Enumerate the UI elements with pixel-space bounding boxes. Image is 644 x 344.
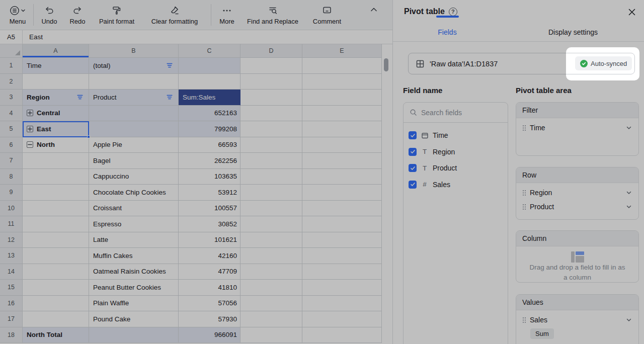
close-icon[interactable] (628, 8, 636, 16)
toolbar-button-undo[interactable]: Undo (38, 0, 61, 30)
row-header-17[interactable]: 17 (0, 311, 23, 327)
area-field-time[interactable]: Time (516, 121, 638, 135)
row-header-12[interactable]: 12 (0, 232, 23, 248)
expand-plus-icon[interactable] (27, 110, 33, 116)
filter-icon[interactable] (76, 94, 84, 101)
grid-cell[interactable] (302, 153, 382, 169)
grid-cell[interactable] (240, 137, 302, 153)
checkbox-checked-icon[interactable] (409, 131, 417, 139)
grid-cell[interactable] (240, 153, 302, 169)
grid-cell[interactable]: Muffin Cakes (89, 248, 179, 264)
grid-cell[interactable]: Espresso (89, 216, 179, 232)
row-header-1[interactable]: 1 (0, 58, 23, 74)
grid-cell[interactable]: 30852 (179, 216, 240, 232)
grid-cell[interactable] (302, 248, 382, 264)
drag-dots-icon[interactable] (522, 204, 526, 210)
toolbar-button-comment[interactable]: Comment (309, 0, 345, 30)
grid-cell[interactable] (23, 296, 89, 312)
chevron-down-icon[interactable] (625, 316, 632, 323)
grid-cell[interactable] (240, 311, 302, 327)
grid-cell[interactable] (302, 106, 382, 122)
area-field-product[interactable]: Product (516, 200, 638, 214)
area-field-sales[interactable]: Sales (516, 313, 638, 327)
grid-cell[interactable] (302, 311, 382, 327)
grid-cell[interactable] (23, 248, 89, 264)
grid-cell[interactable]: Latte (89, 232, 179, 248)
grid-cell[interactable]: 66593 (179, 137, 240, 153)
field-search[interactable] (404, 103, 508, 123)
filter-icon[interactable] (166, 94, 173, 101)
field-item-time[interactable]: Time (409, 127, 503, 144)
grid-cell[interactable] (302, 327, 382, 343)
grid-cell[interactable] (23, 280, 89, 296)
grid-cell[interactable]: Bagel (89, 153, 179, 169)
grid-cell[interactable] (240, 185, 302, 201)
grid-cell[interactable]: 100557 (179, 201, 240, 217)
toolbar-button-redo[interactable]: Redo (66, 0, 89, 30)
search-input[interactable] (421, 109, 497, 117)
column-header-B[interactable]: B (89, 44, 179, 58)
area-field-region[interactable]: Region (516, 186, 638, 200)
toolbar-button-clear-formatting[interactable]: Clear formatting (144, 0, 205, 30)
grid-cell[interactable] (302, 216, 382, 232)
row-header-13[interactable]: 13 (0, 248, 23, 264)
row-header-11[interactable]: 11 (0, 216, 23, 232)
grid-cell[interactable] (240, 232, 302, 248)
grid-cell[interactable] (302, 58, 382, 74)
field-item-region[interactable]: TRegion (409, 144, 503, 160)
grid-cell[interactable]: Pound Cake (89, 311, 179, 327)
grid-cell[interactable]: Cappuccino (89, 169, 179, 185)
grid-cell[interactable] (89, 121, 179, 137)
grid-cell[interactable] (89, 106, 179, 122)
grid-cell[interactable] (240, 169, 302, 185)
grid-cell[interactable]: Croissant (89, 201, 179, 217)
grid-cell[interactable]: Product (89, 90, 179, 106)
drag-dots-icon[interactable] (522, 190, 526, 196)
grid-cell[interactable]: Region (23, 90, 89, 106)
chevron-down-icon[interactable] (625, 203, 632, 210)
grid-cell[interactable]: 262256 (179, 153, 240, 169)
grid-cell[interactable] (302, 280, 382, 296)
grid-cell[interactable] (302, 74, 382, 90)
cell-reference-box[interactable]: A5 (0, 30, 23, 44)
grid-cell[interactable] (240, 58, 302, 74)
grid-cell[interactable]: Apple Pie (89, 137, 179, 153)
grid-cell[interactable] (240, 216, 302, 232)
row-header-4[interactable]: 4 (0, 106, 23, 122)
drag-dots-icon[interactable] (522, 125, 526, 131)
grid-cell[interactable]: 57056 (179, 296, 240, 312)
grid-cell[interactable]: North Total (23, 327, 89, 343)
grid-cell[interactable] (302, 185, 382, 201)
toolbar-button-more[interactable]: More (215, 0, 238, 30)
aggregation-chip[interactable]: Sum (530, 328, 554, 339)
row-header-7[interactable]: 7 (0, 153, 23, 169)
grid-cell[interactable] (240, 327, 302, 343)
checkbox-checked-icon[interactable] (409, 164, 417, 172)
row-header-5[interactable]: 5 (0, 121, 23, 137)
grid-cell[interactable] (240, 90, 302, 106)
grid-cell[interactable] (240, 280, 302, 296)
row-header-14[interactable]: 14 (0, 264, 23, 280)
grid-cell[interactable] (302, 201, 382, 217)
collapse-toolbar-button[interactable] (369, 6, 378, 13)
grid-cell[interactable]: Sum:Sales (179, 90, 240, 106)
row-header-3[interactable]: 3 (0, 90, 23, 106)
row-header-9[interactable]: 9 (0, 185, 23, 201)
grid-cell[interactable] (302, 296, 382, 312)
grid-cell[interactable]: 101621 (179, 232, 240, 248)
grid-cell[interactable] (23, 169, 89, 185)
checkbox-checked-icon[interactable] (409, 181, 417, 189)
grid-cell[interactable] (240, 264, 302, 280)
grid-cell[interactable]: 53912 (179, 185, 240, 201)
grid-cell[interactable]: 652163 (179, 106, 240, 122)
chevron-down-icon[interactable] (625, 124, 632, 131)
toolbar-button-find-and-replace[interactable]: Find and Replace (245, 0, 301, 30)
grid-cell[interactable] (23, 216, 89, 232)
toolbar-button-paint-format[interactable]: Paint format (94, 0, 139, 30)
grid-cell[interactable]: Plain Waffle (89, 296, 179, 312)
collapse-minus-icon[interactable] (27, 141, 33, 148)
grid-cell[interactable] (89, 74, 179, 90)
row-header-10[interactable]: 10 (0, 201, 23, 217)
grid-cell[interactable] (23, 264, 89, 280)
grid-cell[interactable]: Chocolate Chip Cookies (89, 185, 179, 201)
